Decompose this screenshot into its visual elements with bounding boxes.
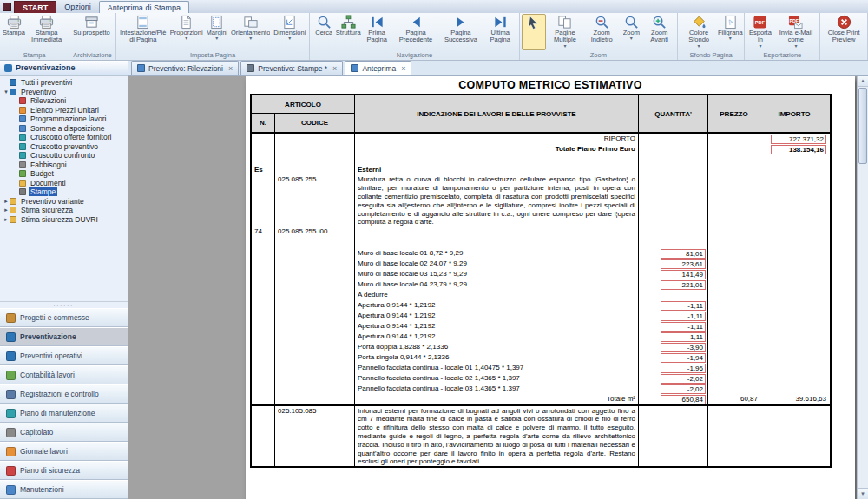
stampa-immediata-button[interactable]: Stampa Immediata (26, 14, 67, 50)
zoom-indietro-button[interactable]: Zoom Indietro (584, 14, 619, 50)
dropdown-arrow-icon: ▾ (698, 44, 700, 49)
scroll-up-icon[interactable]: ▲ (858, 76, 868, 87)
tree-item-stima-sicurezza-duvri[interactable]: ▸ Stima sicurezza DUVRI (0, 215, 128, 225)
cell-codice (275, 259, 355, 269)
ribbon-tab-opzioni[interactable]: Opzioni (56, 1, 99, 13)
intestazione-pi-di-pagina-button[interactable]: Intestazione/Piè di Pagina (118, 14, 168, 50)
cell-indicazione: Esterni (355, 165, 639, 175)
folder-icon (10, 198, 16, 205)
nav-button-piano-di-sicurezza[interactable]: Piano di sicurezza (0, 461, 128, 480)
nav-button-giornale-lavori[interactable]: Giornale lavori (0, 442, 128, 461)
app-icon[interactable] (3, 3, 11, 11)
su-prospetto-button[interactable]: Su prospetto (71, 14, 112, 50)
dropdown-arrow-icon: ▾ (729, 36, 732, 41)
importo-value[interactable]: 727.371,32 (771, 135, 826, 144)
nav-button-registrazioni-e-controllo[interactable]: Registrazioni e controllo (0, 384, 128, 404)
proporzioni-button[interactable]: Proporzioni▾ (168, 14, 205, 50)
zoom-avanti-button[interactable]: Zoom Avanti (643, 14, 675, 50)
quantita-value[interactable]: 81,01 (661, 249, 706, 259)
tree-item-tutti-i-preventivi[interactable]: Tutti i preventivi (0, 78, 128, 88)
ribbon-tab-anteprima-di-stampa[interactable]: Anteprima di Stampa (99, 1, 189, 13)
margini-button[interactable]: Margini▾ (205, 14, 229, 50)
document-tab-preventivo-rilevazioni[interactable]: Preventivo: Rilevazioni × (131, 61, 239, 75)
nav-button-piano-di-manutenzione[interactable]: Piano di manutenzione (0, 404, 128, 423)
quantita-value[interactable]: -1,11 (661, 312, 706, 321)
cell-codice (275, 165, 355, 175)
nav-button-manutenzioni[interactable]: Manutenzioni (0, 480, 128, 499)
quantita-value[interactable]: -2,02 (661, 384, 706, 394)
nav-button-preventivazione[interactable]: Preventivazione (0, 327, 128, 346)
tree-item-fabbisogni[interactable]: Fabbisogni (0, 161, 128, 170)
nav-button-capitolato[interactable]: Capitolato (0, 423, 128, 442)
document-tab-anteprima[interactable]: Anteprima × (345, 61, 411, 75)
quantita-value[interactable]: 221,01 (661, 280, 706, 290)
quantita-value[interactable]: -1,11 (661, 301, 706, 311)
quantita-value[interactable]: -1,94 (661, 353, 706, 363)
tree-item-label: Stima sicurezza (19, 206, 75, 214)
tree-item-elenco-prezzi-unitari[interactable]: Elenco Prezzi Unitari (0, 106, 128, 115)
tab-close-icon[interactable]: × (332, 64, 337, 73)
tree-item-stima-sicurezza[interactable]: ▸ Stima sicurezza (0, 206, 128, 215)
printer-icon (39, 15, 54, 30)
quantita-value[interactable]: 650,84 (661, 395, 706, 404)
tree-item-cruscotto-offerte-fornitori[interactable]: Cruscotto offerte fornitori (0, 133, 128, 142)
quantita-value[interactable]: -1,11 (661, 322, 706, 332)
pointer-button[interactable] (522, 14, 546, 50)
vertical-scrollbar[interactable]: ▲ ▼ (857, 76, 868, 499)
tree-item-rilevazioni[interactable]: Rilevazioni (0, 96, 128, 106)
pdf-mail-icon (788, 15, 803, 30)
pagine-multiple-button[interactable]: Pagine Multiple▾ (546, 14, 584, 50)
quantita-value[interactable]: -1,11 (661, 332, 706, 342)
ribbon-tab-start[interactable]: START (14, 1, 56, 13)
pagina-precedente-button[interactable]: Pagina Precedente (393, 14, 438, 50)
tree-item-somme-a-disposizione[interactable]: Somme a disposizione (0, 124, 128, 134)
tree-item-budget[interactable]: Budget (0, 169, 128, 179)
quantita-value[interactable]: -1,96 (661, 364, 706, 373)
cell-importo (760, 269, 828, 279)
sidebar-header: Preventivazione (0, 61, 128, 76)
prima-pagina-button[interactable]: Prima Pagina (360, 14, 393, 50)
close-print-preview-button[interactable]: Close Print Preview (822, 14, 865, 58)
tab-close-icon[interactable]: × (401, 64, 405, 73)
importo-value[interactable]: 138.154,16 (771, 145, 826, 154)
panel-gripper[interactable]: ∙∙∙∙∙∙ (0, 301, 128, 308)
cell-importo (760, 279, 828, 290)
struttura-button[interactable]: Struttura (336, 14, 360, 50)
archive-icon (84, 15, 99, 30)
stampa-button[interactable]: Stampa (2, 14, 26, 50)
quantita-value[interactable]: 141,49 (661, 270, 706, 279)
ribbon-group-label: Stampa (2, 50, 67, 60)
tree-item-preventivo[interactable]: ▾ Preventivo (0, 88, 128, 97)
orientamento-button[interactable]: Orientamento▾ (229, 14, 272, 50)
tab-close-icon[interactable]: × (228, 64, 233, 73)
filigrana-button[interactable]: Filigrana▾ (718, 14, 742, 50)
tree-item-preventivo-variante[interactable]: ▸ Preventivo variante (0, 197, 128, 207)
nav-button-label: Capitolato (20, 428, 53, 437)
scrollbar-thumb[interactable] (858, 88, 867, 164)
cell-quantita: -1,11 (639, 300, 708, 311)
esporta-in-button[interactable]: Esporta in▾ (746, 14, 773, 50)
tree-item-cruscotto-confronto[interactable]: Cruscotto confronto (0, 151, 128, 161)
document-tab-preventivo-stampe[interactable]: Preventivo: Stampe * × (240, 61, 343, 75)
cerca-button[interactable]: Cerca (312, 14, 336, 50)
zoom-button[interactable]: Zoom▾ (619, 14, 643, 50)
pagina-successiva-button[interactable]: Pagina Successiva (438, 14, 483, 50)
nav-button-contabilit-lavori[interactable]: Contabilità lavori (0, 365, 128, 384)
tree-item-programmazione-lavori[interactable]: Programmazione lavori (0, 115, 128, 124)
cell-indicazione: Apertura 0,9144 * 1,2192 (355, 332, 639, 342)
nav-button-preventivi-operativi[interactable]: Preventivi operativi (0, 346, 128, 365)
invia-e-mail-come-button[interactable]: Invia e-Mail come▾ (773, 14, 818, 50)
zoom-out-icon (595, 15, 609, 30)
tree-item-stampe[interactable]: Stampe (0, 187, 128, 197)
nav-button-progetti-e-commesse[interactable]: Progetti e commesse (0, 308, 128, 327)
scroll-down-icon[interactable]: ▼ (858, 488, 868, 499)
colore-sfondo-button[interactable]: Colore Sfondo▾ (680, 14, 718, 50)
quantita-value[interactable]: -3,90 (661, 343, 706, 352)
dimensioni-button[interactable]: Dimensioni▾ (272, 14, 307, 50)
ultima-pagina-button[interactable]: Ultima Pagina (483, 14, 517, 50)
tree-item-cruscotto-preventivo[interactable]: Cruscotto preventivo (0, 142, 128, 152)
quantita-value[interactable]: -2,02 (661, 374, 706, 384)
quantita-value[interactable]: 223,61 (661, 259, 706, 269)
cell-n: 74 (252, 227, 275, 237)
tree-item-documenti[interactable]: Documenti (0, 179, 128, 188)
